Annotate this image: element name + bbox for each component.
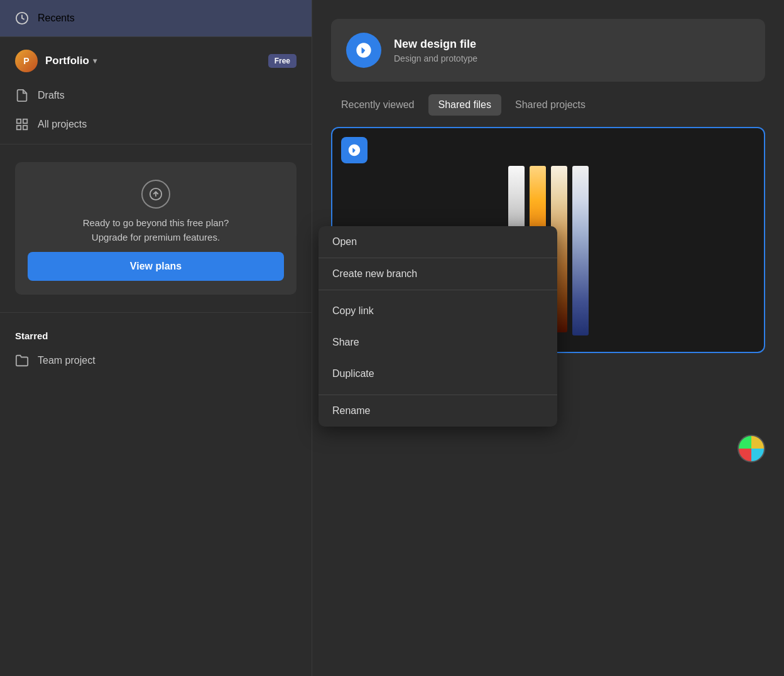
design-card-subtitle: Design and prototype — [394, 53, 477, 63]
tab-recently-viewed[interactable]: Recently viewed — [331, 94, 425, 116]
starred-section: Starred Team project — [0, 318, 312, 379]
starred-item-team-project[interactable]: Team project — [15, 347, 297, 374]
sidebar-item-recents[interactable]: Recents — [0, 0, 312, 36]
upload-icon — [149, 187, 163, 201]
file-icon — [15, 89, 29, 102]
menu-item-rename[interactable]: Rename — [318, 395, 557, 427]
grid-icon — [15, 117, 29, 131]
new-design-card[interactable]: New design file Design and prototype — [331, 19, 765, 82]
sidebar-item-all-projects[interactable]: All projects — [0, 110, 312, 139]
folder-icon — [15, 354, 29, 368]
recents-label: Recents — [38, 13, 75, 24]
divider-3 — [0, 312, 312, 313]
view-plans-button[interactable]: View plans — [28, 252, 284, 281]
context-menu: Open Create new branch Copy link Share D… — [318, 226, 557, 427]
sidebar: Recents P Portfolio ▾ Free Drafts All pr… — [0, 0, 312, 676]
svg-rect-2 — [23, 119, 27, 123]
svg-rect-3 — [17, 126, 21, 129]
clock-icon — [15, 11, 29, 25]
tab-shared-files[interactable]: Shared files — [428, 94, 502, 116]
menu-item-duplicate[interactable]: Duplicate — [318, 358, 557, 390]
menu-item-share[interactable]: Share — [318, 327, 557, 358]
main-content: New design file Design and prototype Rec… — [312, 0, 784, 676]
divider-2 — [0, 144, 312, 144]
upload-icon-circle — [141, 180, 170, 209]
tab-shared-projects[interactable]: Shared projects — [505, 94, 596, 116]
workspace-header: P Portfolio ▾ Free — [0, 37, 312, 81]
user-avatar[interactable] — [738, 435, 765, 462]
menu-item-create-new-branch[interactable]: Create new branch — [318, 258, 557, 290]
pen-tool-icon — [355, 41, 373, 59]
workspace-name: Portfolio ▾ — [45, 55, 97, 67]
svg-rect-1 — [17, 119, 21, 123]
workspace-left[interactable]: P Portfolio ▾ — [15, 50, 97, 72]
upgrade-text: Ready to go beyond this free plan?Upgrad… — [83, 216, 229, 244]
tabs-row: Recently viewed Shared files Shared proj… — [312, 94, 784, 116]
free-badge: Free — [268, 54, 297, 68]
file-card-icon — [341, 137, 368, 163]
svg-rect-4 — [23, 126, 27, 129]
design-icon-circle — [346, 33, 381, 68]
upgrade-card: Ready to go beyond this free plan?Upgrad… — [15, 162, 297, 295]
drafts-label: Drafts — [38, 90, 65, 101]
all-projects-label: All projects — [38, 119, 87, 130]
starred-title: Starred — [15, 330, 297, 341]
menu-item-open[interactable]: Open — [318, 226, 557, 258]
avatar: P — [15, 50, 38, 72]
pen-tool-small-icon — [347, 143, 361, 157]
sidebar-item-drafts[interactable]: Drafts — [0, 81, 312, 110]
menu-group-1: Copy link Share Duplicate — [318, 290, 557, 395]
team-project-label: Team project — [38, 355, 95, 366]
design-card-title: New design file — [394, 38, 477, 51]
chevron-down-icon: ▾ — [93, 57, 97, 65]
strip-4 — [572, 166, 589, 335]
menu-item-copy-link[interactable]: Copy link — [318, 295, 557, 327]
design-card-text: New design file Design and prototype — [394, 38, 477, 63]
